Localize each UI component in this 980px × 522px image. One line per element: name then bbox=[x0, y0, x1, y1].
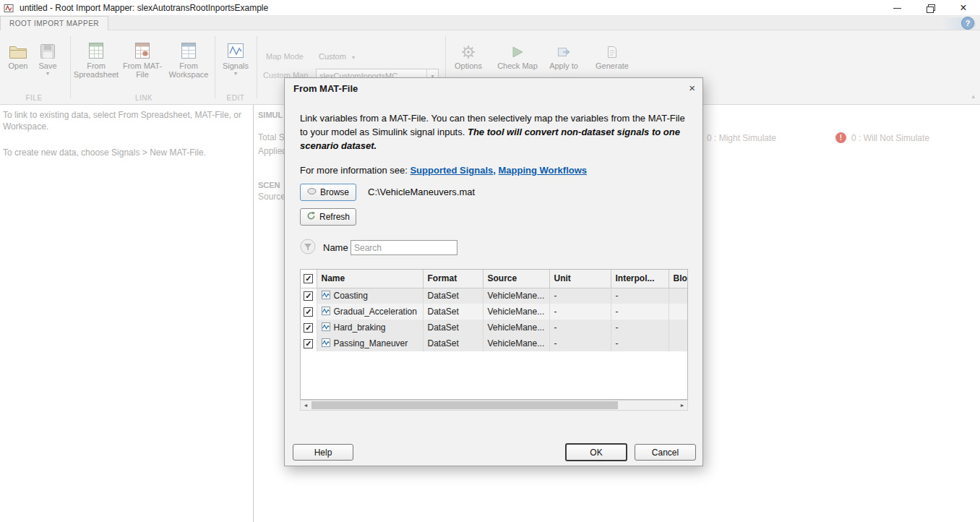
cell-name: Coasting bbox=[317, 288, 423, 304]
signal-name: Coasting bbox=[334, 291, 368, 301]
refresh-button[interactable]: Refresh bbox=[300, 208, 356, 226]
help-dialog-button[interactable]: Help bbox=[293, 444, 353, 461]
check-map-button[interactable]: Check Map bbox=[494, 39, 541, 70]
file-group-label: FILE bbox=[3, 94, 65, 102]
signals-icon bbox=[218, 39, 253, 59]
select-all-checkbox[interactable]: ✓ bbox=[304, 274, 313, 283]
browse-icon bbox=[307, 187, 317, 197]
header-unit[interactable]: Unit bbox=[549, 270, 611, 288]
map-mode-value: Custom bbox=[319, 52, 346, 61]
might-simulate-text: 0 : Might Simulate bbox=[707, 133, 776, 143]
cell-name: Gradual_Acceleration bbox=[317, 304, 423, 320]
cell-unit: - bbox=[549, 335, 611, 351]
signals-table-container: ✓ Name Format Source Unit Interpol... Bl… bbox=[300, 269, 688, 400]
row-checkbox[interactable]: ✓ bbox=[304, 339, 313, 348]
help-button[interactable]: ? bbox=[961, 17, 974, 30]
cell-interpolation: - bbox=[611, 335, 669, 351]
header-interpolation[interactable]: Interpol... bbox=[611, 270, 669, 288]
table-horizontal-scrollbar[interactable]: ◄ ► bbox=[300, 400, 688, 411]
instruction-new-data: To create new data, choose Signals > New… bbox=[3, 147, 252, 158]
restore-button[interactable] bbox=[914, 0, 947, 16]
generate-button[interactable]: Generate bbox=[591, 39, 633, 70]
from-mat-file-button[interactable]: From MAT-File bbox=[121, 39, 163, 79]
map-mode-dropdown[interactable]: Custom▾ bbox=[319, 52, 355, 61]
apply-to-button[interactable]: Apply to bbox=[543, 39, 584, 70]
row-checkbox-cell: ✓ bbox=[301, 335, 317, 351]
table-row[interactable]: ✓ Hard_braking DataSet VehicleMane... - … bbox=[301, 320, 687, 335]
app-icon bbox=[4, 3, 14, 13]
apply-to-label: Apply to bbox=[543, 61, 584, 70]
signal-icon bbox=[322, 291, 330, 301]
generate-label: Generate bbox=[591, 61, 633, 70]
minimize-button[interactable] bbox=[880, 0, 914, 16]
chevron-down-icon: ▾ bbox=[218, 71, 253, 77]
source-label: Source bbox=[258, 192, 285, 202]
scrollbar-thumb[interactable] bbox=[311, 401, 618, 409]
close-icon: × bbox=[960, 2, 966, 14]
supported-signals-link[interactable]: Supported Signals bbox=[410, 165, 493, 176]
cell-source: VehicleMane... bbox=[483, 335, 549, 351]
dialog-titlebar: From MAT-File × bbox=[285, 78, 702, 98]
signals-table: ✓ Name Format Source Unit Interpol... Bl… bbox=[301, 270, 688, 351]
browse-button[interactable]: Browse bbox=[300, 184, 356, 201]
row-checkbox[interactable]: ✓ bbox=[304, 323, 313, 333]
check-map-label: Check Map bbox=[494, 61, 541, 70]
header-format[interactable]: Format bbox=[423, 270, 483, 288]
row-checkbox[interactable]: ✓ bbox=[304, 307, 313, 317]
options-button[interactable]: Options bbox=[450, 39, 487, 70]
cell-name: Hard_braking bbox=[317, 320, 423, 335]
dialog-close-button[interactable]: × bbox=[689, 82, 695, 94]
search-input[interactable] bbox=[351, 240, 457, 255]
tab-root-import-mapper[interactable]: ROOT IMPORT MAPPER bbox=[0, 16, 108, 31]
link-separator: , bbox=[493, 165, 498, 176]
ok-button[interactable]: OK bbox=[565, 443, 627, 461]
cell-format: DataSet bbox=[423, 304, 483, 320]
gear-icon bbox=[450, 39, 487, 59]
select-all-cell: ✓ bbox=[301, 270, 317, 288]
from-workspace-button[interactable]: From Workspace bbox=[166, 39, 212, 79]
signals-button[interactable]: Signals ▾ bbox=[218, 39, 253, 77]
save-button[interactable]: Save ▾ bbox=[33, 39, 62, 77]
open-button[interactable]: Open bbox=[4, 39, 33, 70]
filter-icon[interactable] bbox=[300, 239, 316, 254]
from-spreadsheet-button[interactable]: From Spreadsheet bbox=[72, 39, 120, 79]
scroll-left-icon[interactable]: ◄ bbox=[301, 401, 311, 410]
header-source[interactable]: Source bbox=[483, 270, 549, 288]
question-icon: ? bbox=[966, 19, 971, 27]
will-not-simulate-text: 0 : Will Not Simulate bbox=[851, 133, 929, 143]
signal-icon bbox=[322, 307, 330, 317]
play-check-icon bbox=[494, 39, 541, 59]
table-row[interactable]: ✓ Passing_Maneuver DataSet VehicleMane..… bbox=[301, 335, 687, 351]
spreadsheet-icon bbox=[72, 39, 120, 59]
apply-arrow-icon bbox=[543, 39, 584, 59]
chevron-down-icon: ▾ bbox=[33, 71, 62, 77]
row-checkbox-cell: ✓ bbox=[301, 288, 317, 304]
filter-name-label: Name bbox=[323, 242, 348, 253]
total-signals-label: Total S bbox=[258, 132, 285, 142]
cancel-button[interactable]: Cancel bbox=[635, 444, 696, 461]
window-title: untitled - Root Import Mapper: slexAutot… bbox=[20, 3, 268, 13]
cell-block bbox=[669, 304, 687, 320]
signals-label: Signals bbox=[218, 61, 253, 70]
open-label: Open bbox=[4, 61, 33, 70]
from-mat-file-label: From MAT-File bbox=[121, 61, 163, 79]
group-separator bbox=[215, 36, 215, 98]
cell-source: VehicleMane... bbox=[483, 304, 549, 320]
header-block[interactable]: Bloc bbox=[669, 270, 687, 288]
row-checkbox[interactable]: ✓ bbox=[304, 291, 313, 301]
signal-icon bbox=[322, 338, 330, 349]
table-row[interactable]: ✓ Gradual_Acceleration DataSet VehicleMa… bbox=[301, 304, 687, 320]
folder-open-icon bbox=[4, 39, 33, 59]
browse-label: Browse bbox=[320, 187, 349, 197]
group-separator bbox=[70, 36, 71, 98]
close-window-button[interactable]: × bbox=[947, 0, 980, 16]
group-separator bbox=[257, 36, 257, 98]
scenario-section-label: SCEN bbox=[258, 181, 280, 189]
collapse-ribbon-icon[interactable]: ▴ bbox=[971, 93, 975, 100]
table-row[interactable]: ✓ Coasting DataSet VehicleMane... - - bbox=[301, 288, 687, 304]
cell-interpolation: - bbox=[611, 304, 669, 320]
mapping-workflows-link[interactable]: Mapping Workflows bbox=[499, 165, 588, 176]
scroll-right-icon[interactable]: ► bbox=[677, 401, 687, 410]
header-name[interactable]: Name bbox=[317, 270, 423, 288]
signal-icon bbox=[322, 322, 330, 333]
